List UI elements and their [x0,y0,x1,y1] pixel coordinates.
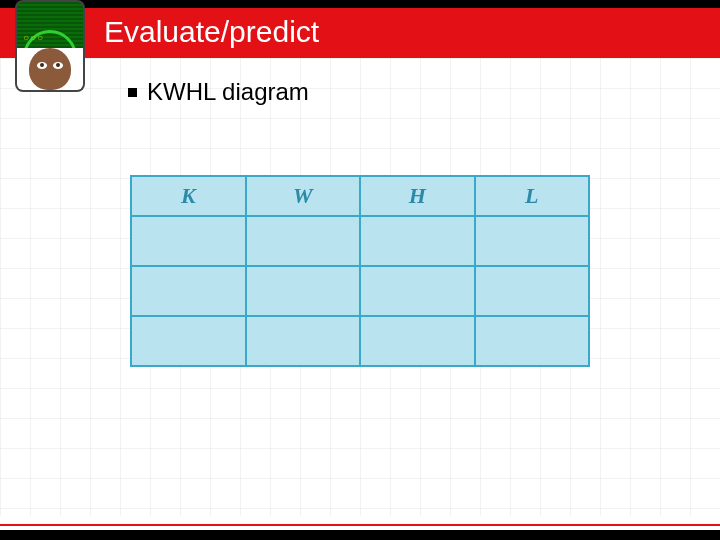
table-cell [131,266,246,316]
bullet-marker [128,88,137,97]
avatar-pupil [56,63,60,67]
table-cell [131,316,246,366]
col-header-l: L [475,176,590,216]
bottom-accent-line [0,524,720,526]
table-body [131,216,589,366]
kwhl-table: K W H L [130,175,590,367]
bottom-black-bar [0,530,720,540]
avatar: ○○○ [15,0,85,92]
col-header-k: K [131,176,246,216]
avatar-eye-right [53,62,63,69]
table-cell [475,216,590,266]
table-row [131,316,589,366]
table-cell [475,266,590,316]
table-cell [360,216,475,266]
avatar-eye-left [37,62,47,69]
avatar-face [29,48,71,90]
table-header-row: K W H L [131,176,589,216]
table-cell [246,216,361,266]
avatar-face-panel [15,48,85,92]
table-cell [360,316,475,366]
top-accent-bar [0,0,720,8]
page-title: Evaluate/predict [104,8,319,56]
avatar-pupil [40,63,44,67]
gear-icon: ○○○ [23,32,44,43]
col-header-w: W [246,176,361,216]
table-cell [246,316,361,366]
table-cell [246,266,361,316]
table-cell [360,266,475,316]
bullet-text: KWHL diagram [147,78,309,106]
bullet-item: KWHL diagram [128,78,309,106]
table-row [131,216,589,266]
table-cell [131,216,246,266]
avatar-brain-panel: ○○○ [15,0,85,48]
table-cell [475,316,590,366]
col-header-h: H [360,176,475,216]
table-row [131,266,589,316]
